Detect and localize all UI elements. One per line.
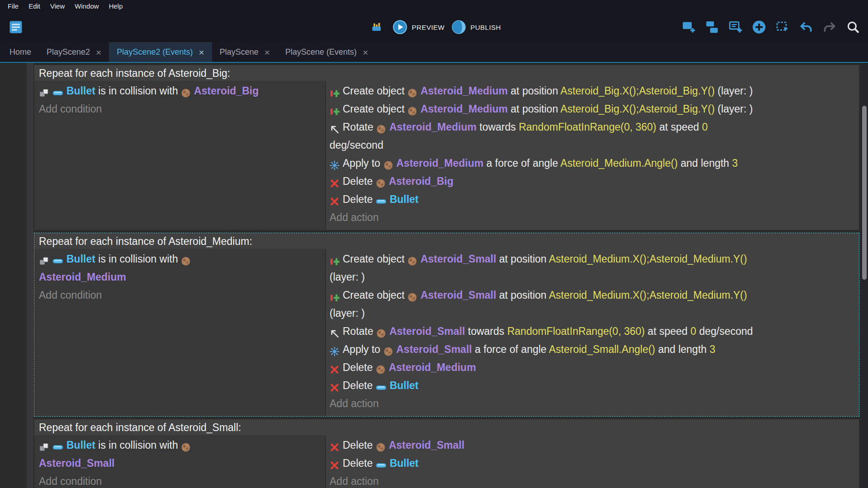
object-name[interactable]: Asteroid_Big <box>389 175 453 187</box>
tab-playscene2[interactable]: PlayScene2 × <box>39 42 109 62</box>
add-condition-button[interactable]: Add condition <box>39 100 321 118</box>
add-condition-button[interactable]: Add condition <box>39 286 321 304</box>
bullet-icon <box>376 382 387 392</box>
preview-play-icon <box>392 19 408 35</box>
row-line: Asteroid_Medium <box>39 268 321 286</box>
object-name[interactable]: Bullet <box>66 439 95 451</box>
object-name[interactable]: Asteroid_Small <box>389 325 465 337</box>
add-action-button[interactable]: Add action <box>330 394 855 413</box>
add-action-button[interactable]: Add action <box>330 472 855 488</box>
event-block[interactable]: Repeat for each instance of Asteroid_Med… <box>34 233 859 416</box>
delete-icon <box>330 196 340 206</box>
action-row[interactable]: Create object Asteroid_Medium at positio… <box>330 100 855 118</box>
expression-parameter: 0 <box>702 121 708 133</box>
object-name[interactable]: Asteroid_Small <box>396 343 472 355</box>
tab-playscene[interactable]: PlayScene × <box>212 42 278 62</box>
close-tab-icon[interactable]: × <box>363 47 368 57</box>
asteroid-icon <box>407 87 417 98</box>
object-name[interactable]: Bullet <box>390 457 419 469</box>
object-name[interactable]: Asteroid_Big <box>194 85 259 97</box>
row-text: Apply to <box>343 343 383 355</box>
add-condition-button[interactable]: Add condition <box>39 472 321 488</box>
preview-button[interactable]: PREVIEW <box>392 19 445 35</box>
tab-playscene-events[interactable]: PlayScene (Events) × <box>278 42 376 62</box>
action-row[interactable]: Delete Bullet <box>330 190 855 208</box>
object-name[interactable]: Bullet <box>66 253 95 265</box>
action-row[interactable]: Create object Asteroid_Medium at positio… <box>330 82 855 100</box>
object-name[interactable]: Asteroid_Small <box>420 289 496 301</box>
select-events-icon[interactable] <box>773 18 792 37</box>
add-event-icon[interactable] <box>679 18 698 37</box>
row-text: at position <box>508 103 560 115</box>
action-row[interactable]: Create object Asteroid_Small at position… <box>330 286 855 322</box>
menu-help[interactable]: Help <box>104 0 128 12</box>
expression-parameter: Asteroid_Small.Angle() <box>549 343 655 355</box>
add-subevent-icon[interactable] <box>703 18 722 37</box>
add-comment-icon[interactable] <box>726 18 745 37</box>
row-text: Rotate <box>343 325 376 337</box>
action-row[interactable]: Delete Bullet <box>330 376 855 394</box>
tab-playscene2-events[interactable]: PlayScene2 (Events) × <box>109 42 212 62</box>
row-line: Apply to Asteroid_Small a force of angle… <box>330 340 855 358</box>
event-header[interactable]: Repeat for each instance of Asteroid_Sma… <box>34 419 859 435</box>
search-icon[interactable] <box>844 18 863 37</box>
undo-icon[interactable] <box>797 18 816 37</box>
menu-edit[interactable]: Edit <box>24 0 45 12</box>
event-header[interactable]: Repeat for each instance of Asteroid_Big… <box>34 65 859 81</box>
action-row[interactable]: Delete Asteroid_Small <box>330 436 855 454</box>
rotate-icon <box>330 123 340 134</box>
debugger-icon[interactable] <box>367 18 386 37</box>
redo-icon[interactable] <box>820 18 839 37</box>
object-name[interactable]: Asteroid_Medium <box>420 103 508 115</box>
object-name[interactable]: Asteroid_Medium <box>39 271 126 283</box>
object-name[interactable]: Asteroid_Small <box>39 457 114 469</box>
object-name[interactable]: Asteroid_Small <box>420 253 496 265</box>
condition-row[interactable]: Bullet is in collision with Asteroid_Big <box>39 82 321 100</box>
menu-bar: File Edit View Window Help <box>0 0 868 12</box>
scrollbar-thumb[interactable] <box>862 106 867 280</box>
row-text: and length <box>655 343 709 355</box>
action-row[interactable]: Apply to Asteroid_Small a force of angle… <box>330 340 855 358</box>
event-block[interactable]: Repeat for each instance of Asteroid_Big… <box>34 65 859 230</box>
asteroid-icon <box>376 328 386 338</box>
row-text: Delete <box>343 439 376 451</box>
condition-row[interactable]: Bullet is in collision with Asteroid_Sma… <box>39 436 321 472</box>
actions-column: Create object Asteroid_Small at position… <box>326 249 859 416</box>
action-row[interactable]: Rotate Asteroid_Medium towards RandomFlo… <box>330 118 855 154</box>
scrollbar[interactable] <box>861 63 868 488</box>
event-block[interactable]: Repeat for each instance of Asteroid_Sma… <box>34 419 859 488</box>
expression-parameter: 3 <box>709 343 715 355</box>
condition-row[interactable]: Bullet is in collision with Asteroid_Med… <box>39 250 321 286</box>
close-tab-icon[interactable]: × <box>198 47 204 57</box>
object-name[interactable]: Bullet <box>390 380 419 391</box>
row-text: at position <box>496 289 549 301</box>
action-row[interactable]: Apply to Asteroid_Medium a force of angl… <box>330 154 855 172</box>
action-row[interactable]: Delete Asteroid_Big <box>330 172 855 190</box>
row-line: Bullet is in collision with <box>39 436 321 454</box>
menu-view[interactable]: View <box>45 0 70 12</box>
row-line: Delete Asteroid_Small <box>330 436 855 454</box>
action-row[interactable]: Delete Asteroid_Medium <box>330 358 855 376</box>
close-tab-icon[interactable]: × <box>96 47 101 57</box>
object-name[interactable]: Asteroid_Medium <box>396 157 484 169</box>
add-event-circle-icon[interactable] <box>750 18 769 37</box>
object-name[interactable]: Bullet <box>390 193 419 205</box>
menu-file[interactable]: File <box>3 0 24 12</box>
object-name[interactable]: Bullet <box>66 85 95 97</box>
tab-home[interactable]: Home <box>2 42 39 62</box>
row-line: Delete Bullet <box>330 376 855 394</box>
menu-window[interactable]: Window <box>70 0 104 12</box>
project-manager-icon[interactable] <box>6 18 25 37</box>
object-name[interactable]: Asteroid_Medium <box>389 361 476 373</box>
action-row[interactable]: Delete Bullet <box>330 454 855 472</box>
action-row[interactable]: Create object Asteroid_Small at position… <box>330 250 855 286</box>
object-name[interactable]: Asteroid_Medium <box>389 121 476 133</box>
publish-button[interactable]: PUBLISH <box>451 19 501 35</box>
object-name[interactable]: Asteroid_Small <box>389 439 464 451</box>
conditions-column: Bullet is in collision with Asteroid_Med… <box>34 249 326 416</box>
action-row[interactable]: Rotate Asteroid_Small towards RandomFloa… <box>330 322 855 340</box>
object-name[interactable]: Asteroid_Medium <box>420 85 508 97</box>
event-header[interactable]: Repeat for each instance of Asteroid_Med… <box>34 233 859 249</box>
close-tab-icon[interactable]: × <box>264 47 270 57</box>
add-action-button[interactable]: Add action <box>330 208 855 226</box>
